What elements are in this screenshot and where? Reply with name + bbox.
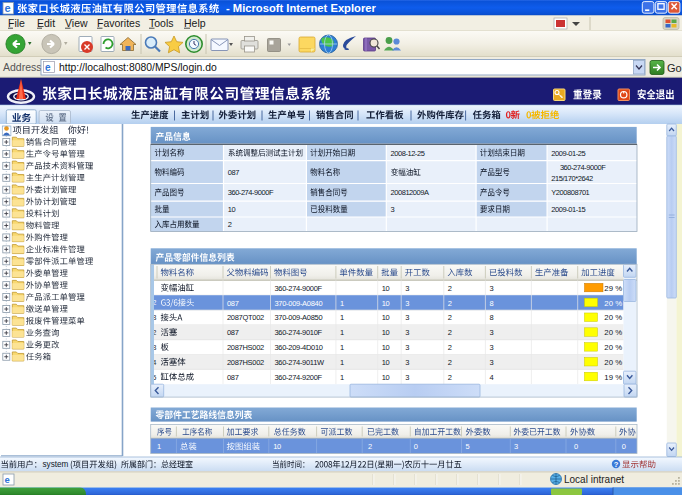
svg-text:10: 10 bbox=[382, 373, 390, 382]
svg-text:3: 3 bbox=[405, 343, 409, 352]
svg-text:1: 1 bbox=[340, 313, 344, 322]
svg-text:10: 10 bbox=[382, 284, 390, 293]
svg-text:1: 1 bbox=[340, 299, 344, 308]
svg-text:Local intranet: Local intranet bbox=[564, 474, 624, 485]
svg-text:087: 087 bbox=[228, 168, 239, 177]
svg-text:10: 10 bbox=[228, 205, 236, 214]
svg-text:2009-01-15: 2009-01-15 bbox=[551, 205, 585, 214]
svg-text:3: 3 bbox=[489, 358, 493, 367]
svg-text:2: 2 bbox=[448, 299, 452, 308]
svg-text:2008-12-25: 2008-12-25 bbox=[391, 149, 425, 158]
svg-text:215/170*2642: 215/170*2642 bbox=[551, 174, 593, 183]
svg-text:087: 087 bbox=[227, 373, 239, 382]
svg-text:20 %: 20 % bbox=[604, 313, 622, 322]
svg-text:Go: Go bbox=[667, 62, 682, 74]
svg-text:360-274-9200F: 360-274-9200F bbox=[275, 373, 323, 382]
svg-text:http://localhost:8080/MPS/logi: http://localhost:8080/MPS/login.do bbox=[59, 62, 217, 73]
svg-text:- Microsoft Internet Explorer: - Microsoft Internet Explorer bbox=[226, 2, 376, 14]
svg-text:10: 10 bbox=[382, 343, 390, 352]
svg-text:360-274-9000F: 360-274-9000F bbox=[275, 284, 323, 293]
svg-text:2087HS002: 2087HS002 bbox=[227, 358, 264, 367]
svg-text:1: 1 bbox=[340, 358, 344, 367]
svg-text:3: 3 bbox=[391, 205, 395, 214]
svg-text:3: 3 bbox=[489, 343, 493, 352]
svg-text:360-209-4D010: 360-209-4D010 bbox=[275, 343, 323, 352]
svg-text:087: 087 bbox=[227, 328, 239, 337]
svg-text:1: 1 bbox=[157, 442, 161, 451]
svg-text:20 %: 20 % bbox=[604, 358, 622, 367]
svg-text:Favorites: Favorites bbox=[97, 17, 140, 29]
svg-text:087: 087 bbox=[227, 299, 239, 308]
svg-text:2009-01-25: 2009-01-25 bbox=[551, 149, 585, 158]
svg-text:2: 2 bbox=[448, 373, 452, 382]
svg-text:1: 1 bbox=[340, 343, 344, 352]
svg-text:?: ? bbox=[614, 460, 619, 469]
svg-text:2: 2 bbox=[448, 313, 452, 322]
svg-text:2: 2 bbox=[448, 343, 452, 352]
svg-text:3: 3 bbox=[405, 299, 409, 308]
svg-text:370-009-A0850: 370-009-A0850 bbox=[275, 313, 323, 322]
svg-text:3: 3 bbox=[405, 284, 409, 293]
svg-text:2087HS002: 2087HS002 bbox=[227, 343, 264, 352]
svg-text:Y200808701: Y200808701 bbox=[551, 188, 589, 197]
svg-text:1: 1 bbox=[340, 328, 344, 337]
svg-text:3: 3 bbox=[489, 284, 493, 293]
svg-text:200812009A: 200812009A bbox=[391, 188, 429, 197]
svg-text:0: 0 bbox=[574, 442, 578, 451]
svg-text:8: 8 bbox=[489, 313, 493, 322]
svg-text:10: 10 bbox=[382, 328, 390, 337]
svg-text:3: 3 bbox=[405, 373, 409, 382]
svg-text:2: 2 bbox=[448, 284, 452, 293]
svg-text:2: 2 bbox=[448, 328, 452, 337]
svg-text:0: 0 bbox=[414, 442, 418, 451]
svg-text:Help: Help bbox=[184, 17, 206, 29]
svg-text:20 %: 20 % bbox=[604, 328, 622, 337]
svg-text:20 %: 20 % bbox=[604, 343, 622, 352]
svg-text:3: 3 bbox=[405, 328, 409, 337]
svg-text:File: File bbox=[8, 17, 25, 29]
svg-text:360-274-9000F: 360-274-9000F bbox=[560, 163, 606, 172]
svg-text:Tools: Tools bbox=[149, 17, 174, 29]
svg-text:10: 10 bbox=[382, 299, 390, 308]
svg-text:2: 2 bbox=[228, 220, 232, 229]
svg-text:360-274-9000F: 360-274-9000F bbox=[228, 188, 274, 197]
svg-text:e: e bbox=[5, 474, 10, 485]
svg-text:10: 10 bbox=[382, 358, 390, 367]
svg-text:5: 5 bbox=[466, 442, 470, 451]
svg-text:370-009-A0840: 370-009-A0840 bbox=[275, 299, 323, 308]
svg-text:360-274-9011W: 360-274-9011W bbox=[275, 358, 326, 367]
svg-text:10: 10 bbox=[273, 442, 281, 451]
svg-text:e: e bbox=[45, 62, 51, 73]
svg-text:4: 4 bbox=[489, 373, 493, 382]
svg-text:8: 8 bbox=[489, 299, 493, 308]
svg-text:20 %: 20 % bbox=[604, 299, 622, 308]
svg-text:e: e bbox=[5, 2, 11, 14]
svg-text:360-274-9010F: 360-274-9010F bbox=[275, 328, 323, 337]
svg-text:View: View bbox=[65, 17, 88, 29]
svg-text:29 %: 29 % bbox=[604, 284, 622, 293]
svg-text:3: 3 bbox=[489, 328, 493, 337]
svg-text:2087QT002: 2087QT002 bbox=[227, 313, 264, 322]
svg-text:2: 2 bbox=[448, 358, 452, 367]
svg-text:Address: Address bbox=[3, 61, 42, 73]
svg-text:0: 0 bbox=[622, 442, 626, 451]
svg-text:3: 3 bbox=[405, 313, 409, 322]
svg-text:system: system bbox=[43, 460, 69, 469]
svg-text:3: 3 bbox=[405, 358, 409, 367]
svg-text:19 %: 19 % bbox=[604, 373, 622, 382]
svg-text:Edit: Edit bbox=[37, 17, 55, 29]
svg-text:3: 3 bbox=[514, 442, 518, 451]
svg-text:2: 2 bbox=[368, 442, 372, 451]
svg-text:1: 1 bbox=[340, 373, 344, 382]
svg-text:10: 10 bbox=[382, 313, 390, 322]
